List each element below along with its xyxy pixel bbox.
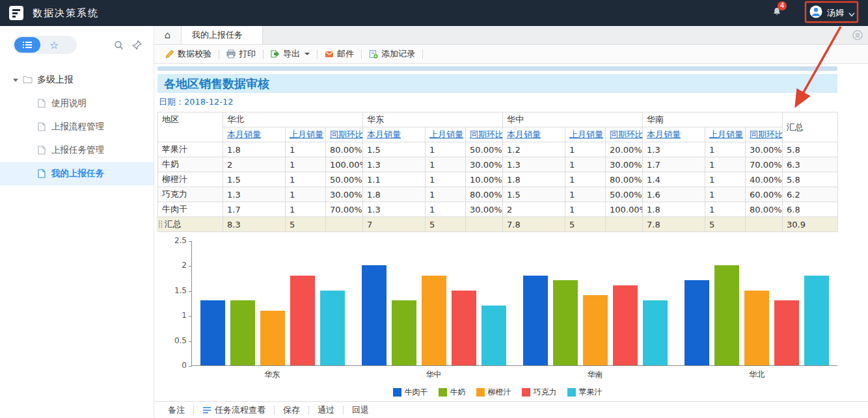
row-drag-handle-icon[interactable] (158, 220, 163, 229)
export-button[interactable]: 导出 (264, 49, 318, 59)
x-category-label: 华南 (515, 366, 676, 380)
legend-item-牛奶[interactable]: 牛奶 (439, 387, 466, 398)
app-logo-icon[interactable] (9, 6, 23, 20)
value-cell: 1.7 (643, 157, 705, 172)
bar-华南-巧克力 (613, 285, 638, 365)
value-cell: 70.00% (326, 202, 363, 217)
tab-list-icon[interactable] (852, 30, 863, 40)
value-cell: 1 (565, 157, 606, 172)
legend-swatch (393, 388, 401, 397)
bar-华中-苹果汁 (481, 306, 506, 365)
bar-华南-牛肉干 (523, 276, 548, 365)
value-cell: 30.00% (466, 202, 503, 217)
save-button[interactable]: 保存 (275, 406, 309, 415)
value-cell: 1.2 (503, 142, 565, 157)
summary-cell: 5 (705, 217, 746, 232)
bar-华东-牛奶 (230, 300, 255, 365)
data-verify-button[interactable]: 数据校验 (158, 49, 219, 59)
value-cell: 1 (705, 142, 746, 157)
value-cell: 1.3 (363, 157, 426, 172)
product-name: 巧克力 (158, 187, 223, 202)
report-date: 日期：2018-12-12 (159, 96, 868, 108)
bar-group-华中 (353, 265, 515, 365)
value-cell: 80.00% (326, 142, 363, 157)
value-cell: 10.00% (466, 172, 503, 187)
sidebar-item-report-flow-management[interactable]: 上报流程管理 (0, 115, 154, 138)
legend-item-牛肉干[interactable]: 牛肉干 (393, 387, 428, 398)
bar-华北-牛奶 (714, 265, 739, 365)
favorites-button[interactable]: ☆ (49, 39, 59, 51)
directory-view-button[interactable] (14, 37, 40, 53)
pin-icon[interactable] (132, 40, 142, 50)
summary-cell: 5 (426, 217, 466, 232)
sub-header: 上月销量 (426, 127, 466, 142)
region-header: 华南 (643, 112, 783, 127)
user-menu[interactable]: 汤姆 (806, 3, 859, 23)
topbar-right: 4 汤姆 (772, 3, 859, 23)
value-cell: 1 (565, 142, 606, 157)
bar-group-华北 (676, 265, 837, 365)
bar-华北-巧克力 (774, 300, 799, 365)
summary-cell (326, 217, 363, 232)
document-icon (38, 122, 46, 131)
legend-item-柳橙汁[interactable]: 柳橙汁 (476, 387, 511, 398)
value-cell: 2 (503, 202, 565, 217)
value-cell: 1.5 (363, 142, 426, 157)
bar-group-华南 (515, 276, 676, 365)
sidebar-top: ☆ (0, 26, 154, 60)
report-title: 各地区销售数据审核 (164, 76, 269, 92)
value-cell: 1 (426, 187, 466, 202)
y-tick-label: 2.5 (158, 236, 187, 245)
legend-swatch (439, 388, 447, 397)
horizontal-scrollbar[interactable] (157, 66, 837, 71)
mail-button[interactable]: 邮件 (318, 49, 362, 59)
y-tick-mark (189, 366, 192, 367)
report-toolbar: 数据校验打印导出邮件添加记录 (154, 45, 868, 64)
rollback-button[interactable]: 回退 (344, 406, 377, 415)
sidebar-folder-multilevel-report[interactable]: 多级上报 (0, 68, 154, 92)
value-cell: 1.5 (223, 172, 286, 187)
value-cell: 1 (565, 187, 606, 202)
sidebar-tools (114, 40, 142, 50)
total-cell: 6.2 (783, 187, 838, 202)
report-footer-toolbar: 备注任务流程查看保存通过回退 (154, 401, 868, 418)
avatar-icon (809, 5, 822, 21)
remark-button[interactable]: 备注 (159, 406, 194, 415)
value-cell: 100.00% (326, 157, 363, 172)
y-tick-label: 1 (158, 311, 187, 320)
folder-label: 多级上报 (37, 74, 74, 86)
notification-bell[interactable]: 4 (772, 7, 782, 20)
search-icon[interactable] (114, 40, 124, 50)
bar-华北-牛肉干 (685, 280, 709, 365)
app-title: 数据决策系统 (33, 7, 99, 20)
bar-华南-柳橙汁 (583, 295, 608, 365)
printer-icon (226, 49, 236, 59)
bar-华东-苹果汁 (320, 291, 345, 365)
sub-header: 同期环比 (606, 127, 643, 142)
approve-button[interactable]: 通过 (309, 406, 344, 415)
sidebar-item-my-report-tasks[interactable]: 我的上报任务 (0, 162, 154, 185)
value-cell: 1.6 (643, 187, 705, 202)
tab-label: 我的上报任务 (192, 29, 243, 41)
tab-my-report-tasks[interactable]: 我的上报任务 (182, 26, 263, 44)
caret-down-icon (13, 79, 18, 82)
sub-header: 同期环比 (326, 127, 363, 142)
sidebar-item-usage-note[interactable]: 使用说明 (0, 92, 154, 115)
value-cell: 1.1 (363, 172, 426, 187)
legend-item-苹果汁[interactable]: 苹果汁 (567, 387, 603, 398)
sales-table: 地区华北华东华中华南汇总本月销量上月销量同期环比本月销量上月销量同期环比本月销量… (157, 112, 838, 232)
bar-华东-柳橙汁 (260, 311, 285, 365)
print-button[interactable]: 打印 (219, 49, 264, 59)
value-cell: 1 (565, 202, 606, 217)
value-cell: 100.00% (606, 202, 643, 217)
legend-item-巧克力[interactable]: 巧克力 (522, 387, 557, 398)
task-flow-view-button[interactable]: 任务流程查看 (194, 406, 275, 415)
value-cell: 1 (705, 157, 746, 172)
view-switch-capsule: ☆ (13, 36, 77, 54)
sidebar-item-report-task-management[interactable]: 上报任务管理 (0, 138, 154, 162)
add-record-button[interactable]: 添加记录 (362, 49, 423, 59)
summary-cell: 7.8 (503, 217, 565, 232)
home-tab[interactable]: ⌂ (154, 26, 182, 44)
sub-header: 上月销量 (705, 127, 746, 142)
value-cell: 1.8 (363, 187, 426, 202)
